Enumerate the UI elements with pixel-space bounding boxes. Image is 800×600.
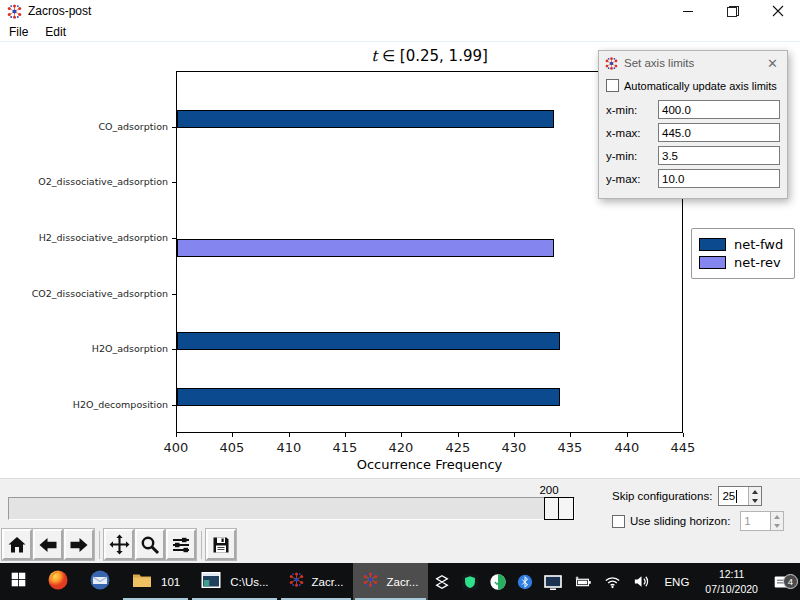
field-input-x-max[interactable]: 445.0 xyxy=(658,123,780,142)
app-icon xyxy=(605,57,618,70)
menu-bar: FileEdit xyxy=(0,22,800,42)
x-tick-mark xyxy=(345,433,346,437)
forward-button[interactable] xyxy=(64,529,94,560)
language-indicator[interactable]: ENG xyxy=(656,576,697,588)
sliding-horizon-spinbox: 1 xyxy=(740,511,784,531)
close-icon xyxy=(772,5,784,17)
bluetooth-tray-icon[interactable] xyxy=(512,572,538,592)
x-tick-label: 435 xyxy=(550,440,590,455)
spin-up-icon xyxy=(774,515,780,519)
dropbox-tray-icon[interactable] xyxy=(428,572,456,592)
control-panel: 200 Skip configurations: 25 Use sliding … xyxy=(0,478,800,563)
notification-center-button[interactable]: 4 xyxy=(766,573,800,591)
title-bar: Zacros-post xyxy=(0,0,800,22)
legend-entry-net-rev: net-rev xyxy=(699,255,787,270)
slider-handle-cell xyxy=(559,497,574,520)
battery-tray-icon[interactable] xyxy=(568,572,598,592)
restore-button[interactable] xyxy=(710,0,755,22)
taskbar-console-window[interactable]: C:\Us... xyxy=(190,563,278,600)
legend-swatch-net-fwd xyxy=(699,238,726,251)
auto-update-checkbox[interactable] xyxy=(606,79,619,92)
slider-handle[interactable] xyxy=(544,497,574,520)
sliding-horizon-checkbox[interactable] xyxy=(612,515,625,528)
zoom-button[interactable] xyxy=(135,529,165,560)
pan-button[interactable] xyxy=(104,529,134,560)
zacros-icon xyxy=(363,572,378,591)
configure-subplots-button[interactable] xyxy=(166,529,196,560)
back-button[interactable] xyxy=(33,529,63,560)
x-axis-label: Occurrence Frequency xyxy=(176,457,683,472)
save-icon xyxy=(211,535,231,555)
chart-title-rest: ∈ [0.25, 1.99] xyxy=(382,47,488,65)
x-tick-mark xyxy=(683,433,684,437)
y-tick-label: H2O_decomposition xyxy=(0,399,168,410)
firefox-icon xyxy=(47,569,69,595)
y-tick-mark xyxy=(172,182,176,183)
x-tick-mark xyxy=(570,433,571,437)
taskbar-zacros-window[interactable]: Zacr... xyxy=(353,563,428,600)
menu-item-edit[interactable]: Edit xyxy=(37,23,74,41)
field-label: x-max: xyxy=(606,127,658,139)
home-button[interactable] xyxy=(2,529,32,560)
spin-down-button[interactable] xyxy=(749,496,761,505)
field-label: x-min: xyxy=(606,104,658,116)
taskbar-folder-window[interactable]: 101 xyxy=(121,563,190,600)
x-tick-mark xyxy=(627,433,628,437)
x-tick-label: 410 xyxy=(269,440,309,455)
skip-configurations-spinbox[interactable]: 25 xyxy=(718,486,762,506)
spin-down-button xyxy=(771,521,783,530)
volume-tray-icon[interactable] xyxy=(627,572,656,592)
spin-up-icon xyxy=(752,490,758,494)
x-tick-label: 445 xyxy=(663,440,703,455)
skip-configurations-row: Skip configurations: 25 xyxy=(612,486,762,506)
zoom-icon xyxy=(140,535,160,555)
x-tick-label: 405 xyxy=(212,440,252,455)
taskbar-clock[interactable]: 12:11 07/10/2020 xyxy=(697,567,766,595)
configuration-slider[interactable] xyxy=(8,497,575,520)
dialog-field-x-min: x-min:400.0 xyxy=(599,98,787,121)
taskbar-thunderbird-button[interactable] xyxy=(79,563,121,600)
dialog-field-y-min: y-min:3.5 xyxy=(599,144,787,167)
y-tick-label: H2_dissociative_adsorption xyxy=(0,232,168,243)
field-input-x-min[interactable]: 400.0 xyxy=(658,100,780,119)
skip-configurations-value[interactable]: 25 xyxy=(719,487,748,505)
x-tick-mark xyxy=(514,433,515,437)
minimize-button[interactable] xyxy=(665,0,710,22)
clock-time: 12:11 xyxy=(705,567,758,581)
x-tick-label: 415 xyxy=(325,440,365,455)
legend-entry-net-fwd: net-fwd xyxy=(699,237,787,252)
taskbar-zacros-window[interactable]: Zacr... xyxy=(279,563,354,600)
zacros-icon xyxy=(289,572,304,591)
save-button[interactable] xyxy=(206,529,236,560)
x-tick-mark xyxy=(176,433,177,437)
console-icon xyxy=(200,569,222,595)
toolbar-separator xyxy=(99,531,100,559)
field-input-y-min[interactable]: 3.5 xyxy=(658,146,780,165)
x-tick-label: 420 xyxy=(381,440,421,455)
close-button[interactable] xyxy=(755,0,800,22)
taskbar-item-label: C:\Us... xyxy=(230,576,268,588)
field-input-y-max[interactable]: 10.0 xyxy=(658,169,780,188)
spin-up-button[interactable] xyxy=(749,487,761,496)
defender-tray-icon[interactable] xyxy=(484,572,512,592)
wifi-tray-icon[interactable] xyxy=(598,572,627,592)
legend-swatch-net-rev xyxy=(699,256,726,269)
auto-update-label: Automatically update axis limits xyxy=(624,80,777,92)
y-tick-mark xyxy=(172,405,176,406)
y-tick-mark xyxy=(172,349,176,350)
matplotlib-toolbar xyxy=(2,528,237,561)
x-tick-mark xyxy=(401,433,402,437)
set-axis-limits-dialog: Set axis limits ✕ Automatically update a… xyxy=(598,50,788,199)
spin-down-icon xyxy=(752,499,758,503)
shield-tray-icon[interactable] xyxy=(456,572,484,592)
taskbar-firefox-button[interactable] xyxy=(37,563,79,600)
menu-item-file[interactable]: File xyxy=(1,23,36,41)
restore-icon xyxy=(727,6,739,17)
taskbar-windows-button[interactable] xyxy=(0,563,37,600)
dialog-field-y-max: y-max:10.0 xyxy=(599,167,787,190)
dialog-close-button[interactable]: ✕ xyxy=(764,56,781,71)
system-tray: ENG 12:11 07/10/2020 4 xyxy=(428,563,800,600)
sliding-horizon-value: 1 xyxy=(741,512,770,530)
bar-net-fwd-CO_adsorption xyxy=(177,110,554,128)
display-tray-icon[interactable] xyxy=(538,572,568,592)
